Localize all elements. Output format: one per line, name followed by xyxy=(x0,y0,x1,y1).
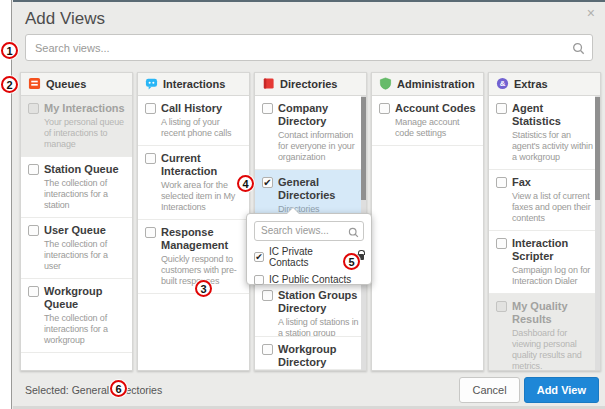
search-icon xyxy=(348,224,359,242)
view-item-response-management[interactable]: Response Management Quickly respond to c… xyxy=(138,220,249,294)
column-title: Directories xyxy=(280,78,337,90)
popup-caret xyxy=(287,208,299,214)
checkbox[interactable] xyxy=(28,103,39,114)
column-title: Interactions xyxy=(163,78,225,90)
cancel-button[interactable]: Cancel xyxy=(459,377,519,403)
popup-search-bar xyxy=(254,220,364,240)
column-card: Agent Statistics Statistics for an agent… xyxy=(489,96,600,370)
column-administration: Administration Account Codes Manage acco… xyxy=(371,72,484,371)
view-item-user-queue[interactable]: User Queue The collection of interaction… xyxy=(21,218,132,279)
column-card: My Interactions Your personal queue of i… xyxy=(21,96,132,370)
add-view-button[interactable]: Add View xyxy=(524,377,599,403)
svg-text:&: & xyxy=(500,79,506,88)
column-interactions: Interactions Call History A listing of y… xyxy=(137,72,250,371)
view-item-my-quality-results[interactable]: My Quality Results Dashboard for viewing… xyxy=(489,294,600,370)
annotation-3: 3 xyxy=(195,280,212,297)
column-extras: & Extras Agent Statistics Statistics for… xyxy=(488,72,601,371)
view-item-interaction-scripter[interactable]: Interaction Scripter Campaign log on for… xyxy=(489,231,600,294)
annotation-1: 1 xyxy=(1,42,18,59)
view-item-company-directory[interactable]: Company Directory Contact information fo… xyxy=(255,96,366,170)
annotation-6: 6 xyxy=(110,380,127,397)
extras-icon: & xyxy=(496,77,509,92)
close-icon[interactable]: × xyxy=(587,5,595,21)
view-item-account-codes[interactable]: Account Codes Manage account code settin… xyxy=(372,96,483,146)
view-item-fax[interactable]: Fax View a list of current faxes and ope… xyxy=(489,170,600,231)
popup-option-ic-public-contacts[interactable]: IC Public Contacts xyxy=(254,274,364,285)
checkbox[interactable] xyxy=(145,103,156,114)
search-views-bar xyxy=(25,34,593,61)
checkbox[interactable] xyxy=(262,103,273,114)
view-item-call-history[interactable]: Call History A listing of your recent ph… xyxy=(138,96,249,146)
checkbox[interactable] xyxy=(145,153,156,164)
view-item-workgroup-queue[interactable]: Workgroup Queue The collection of intera… xyxy=(21,279,132,353)
checkbox[interactable] xyxy=(262,344,273,355)
view-item-current-interaction[interactable]: Current Interaction Work area for the se… xyxy=(138,146,249,220)
view-item-my-interactions[interactable]: My Interactions Your personal queue of i… xyxy=(21,96,132,157)
column-title: Queues xyxy=(46,78,86,90)
add-views-dialog: Add Views × Queues My Interactions Your … xyxy=(0,0,605,409)
checkbox[interactable] xyxy=(28,225,39,236)
directories-icon xyxy=(262,77,275,92)
footer-buttons: Cancel Add View xyxy=(459,377,599,403)
selected-status-text: Selected: General Directories xyxy=(25,384,162,396)
column-card: Call History A listing of your recent ph… xyxy=(138,96,249,370)
column-card: Account Codes Manage account code settin… xyxy=(372,96,483,370)
annotation-5: 5 xyxy=(343,253,360,270)
checkbox[interactable] xyxy=(145,227,156,238)
search-icon xyxy=(572,41,585,59)
checkbox-checked[interactable]: ✔ xyxy=(262,177,273,188)
scrollbar-track[interactable] xyxy=(595,96,600,370)
checkbox[interactable] xyxy=(28,164,39,175)
left-gutter xyxy=(0,0,12,409)
checkbox[interactable] xyxy=(496,301,507,312)
annotation-2: 2 xyxy=(1,76,18,93)
checkbox[interactable] xyxy=(262,290,273,301)
search-input[interactable] xyxy=(25,34,593,61)
annotation-4: 4 xyxy=(237,175,254,192)
queues-icon xyxy=(28,77,41,92)
window-top-edge xyxy=(13,0,605,2)
scrollbar-thumb[interactable] xyxy=(595,97,600,200)
view-item-station-queue[interactable]: Station Queue The collection of interact… xyxy=(21,157,132,218)
checkbox[interactable] xyxy=(254,275,264,285)
subviews-popup: ✔ IC Private Contacts IC Public Contacts xyxy=(246,213,372,285)
checkbox[interactable] xyxy=(28,286,39,297)
checkbox-checked[interactable]: ✔ xyxy=(254,252,264,262)
checkbox[interactable] xyxy=(496,238,507,249)
scrollbar-thumb[interactable] xyxy=(361,97,366,200)
column-queues: Queues My Interactions Your personal que… xyxy=(20,72,133,371)
interactions-icon xyxy=(145,77,158,92)
view-item-workgroup-directory[interactable]: Workgroup Directory Contact information xyxy=(255,336,366,370)
column-title: Extras xyxy=(514,78,548,90)
checkbox[interactable] xyxy=(496,103,507,114)
checkbox[interactable] xyxy=(379,103,390,114)
page-title: Add Views xyxy=(25,9,105,29)
checkbox[interactable] xyxy=(496,177,507,188)
column-title: Administration xyxy=(397,78,475,90)
administration-icon xyxy=(379,77,392,92)
view-item-agent-statistics[interactable]: Agent Statistics Statistics for an agent… xyxy=(489,96,600,170)
